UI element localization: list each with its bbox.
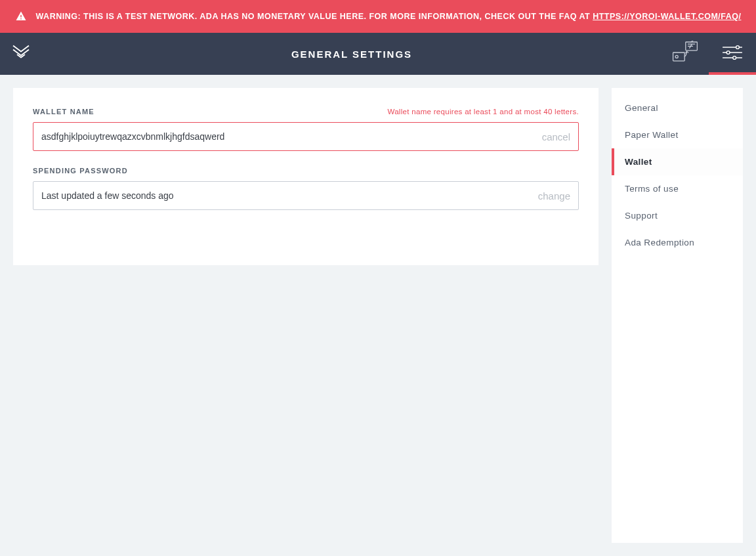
wallet-name-field-box: cancel — [33, 122, 579, 151]
wallet-name-input[interactable] — [41, 131, 536, 142]
sidebar-item-wallet[interactable]: Wallet — [612, 148, 743, 175]
wallet-stack-icon — [672, 41, 698, 67]
warning-triangle-icon — [15, 11, 27, 22]
warning-text: WARNING: THIS IS A TEST NETWORK. ADA HAS… — [36, 12, 593, 21]
sliders-icon — [722, 44, 743, 64]
svg-point-6 — [726, 51, 730, 54]
warning-faq-link[interactable]: HTTPS://YOROI-WALLET.COM/FAQ/ — [593, 12, 741, 21]
sidebar-item-label: Ada Redemption — [625, 238, 694, 247]
settings-main-panel: WALLET NAME Wallet name requires at leas… — [13, 88, 598, 265]
sidebar-item-support[interactable]: Support — [612, 202, 743, 229]
svg-rect-1 — [673, 53, 685, 61]
spending-password-change-button[interactable]: change — [532, 190, 570, 202]
sidebar-item-terms-of-use[interactable]: Terms of use — [612, 175, 743, 202]
wallets-nav-button[interactable] — [662, 33, 709, 75]
svg-point-2 — [675, 55, 678, 58]
app-logo-button[interactable] — [0, 33, 42, 75]
sidebar-item-general[interactable]: General — [612, 95, 743, 121]
sidebar-item-label: Paper Wallet — [625, 130, 679, 140]
top-nav: GENERAL SETTINGS — [0, 33, 756, 75]
settings-nav-button[interactable] — [709, 33, 756, 75]
spending-password-status: Last updated a few seconds ago — [41, 190, 532, 201]
sidebar-item-label: General — [625, 103, 658, 113]
page-title: GENERAL SETTINGS — [291, 49, 412, 60]
sidebar-item-label: Support — [625, 211, 658, 221]
sidebar-item-ada-redemption[interactable]: Ada Redemption — [612, 229, 743, 256]
wallet-name-error: Wallet name requires at least 1 and at m… — [387, 108, 579, 116]
svg-point-8 — [733, 56, 736, 60]
wallet-name-cancel-button[interactable]: cancel — [536, 131, 570, 142]
spending-password-field-box: Last updated a few seconds ago change — [33, 181, 579, 210]
content-area: WALLET NAME Wallet name requires at leas… — [0, 75, 756, 556]
sidebar-item-label: Wallet — [625, 157, 652, 167]
yoroi-logo-icon — [11, 43, 31, 65]
sidebar-item-label: Terms of use — [625, 184, 679, 194]
wallet-name-label: WALLET NAME — [33, 108, 94, 116]
wallet-name-group: WALLET NAME Wallet name requires at leas… — [33, 108, 579, 151]
spending-password-label: SPENDING PASSWORD — [33, 167, 128, 175]
spending-password-group: SPENDING PASSWORD Last updated a few sec… — [33, 167, 579, 210]
test-network-warning-banner: WARNING: THIS IS A TEST NETWORK. ADA HAS… — [0, 0, 756, 33]
svg-point-4 — [736, 46, 740, 49]
settings-sidebar: General Paper Wallet Wallet Terms of use… — [612, 88, 743, 543]
sidebar-item-paper-wallet[interactable]: Paper Wallet — [612, 121, 743, 148]
